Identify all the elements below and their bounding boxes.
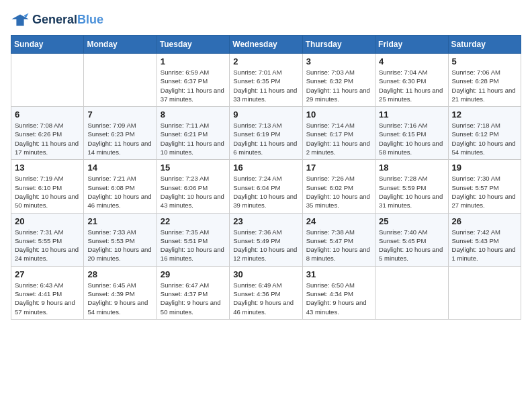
calendar-cell: 19Sunrise: 7:30 AM Sunset: 5:57 PM Dayli…	[448, 160, 521, 213]
day-info: Sunrise: 7:19 AM Sunset: 6:10 PM Dayligh…	[15, 174, 80, 210]
day-number: 15	[161, 163, 226, 173]
day-info: Sunrise: 7:18 AM Sunset: 6:12 PM Dayligh…	[452, 121, 517, 156]
day-number: 24	[306, 216, 371, 226]
calendar-cell	[11, 54, 84, 107]
day-number: 7	[87, 109, 152, 120]
day-number: 21	[87, 216, 152, 226]
day-number: 17	[306, 163, 371, 173]
day-number: 4	[379, 56, 444, 66]
calendar-cell: 20Sunrise: 7:31 AM Sunset: 5:55 PM Dayli…	[11, 213, 84, 266]
calendar-cell: 3Sunrise: 7:03 AM Sunset: 6:32 PM Daylig…	[302, 54, 375, 107]
day-number: 29	[161, 269, 226, 279]
calendar-cell: 8Sunrise: 7:11 AM Sunset: 6:21 PM Daylig…	[157, 107, 229, 160]
day-number: 27	[15, 269, 80, 279]
calendar-cell: 24Sunrise: 7:38 AM Sunset: 5:47 PM Dayli…	[302, 213, 375, 266]
day-number: 28	[87, 269, 152, 279]
day-number: 3	[306, 56, 371, 66]
day-info: Sunrise: 7:23 AM Sunset: 6:06 PM Dayligh…	[161, 174, 226, 210]
day-number: 11	[379, 109, 444, 120]
day-info: Sunrise: 6:45 AM Sunset: 4:39 PM Dayligh…	[87, 281, 152, 316]
calendar-cell	[448, 266, 521, 319]
logo-text: GeneralBlue	[32, 13, 103, 27]
day-info: Sunrise: 7:03 AM Sunset: 6:32 PM Dayligh…	[306, 68, 371, 103]
calendar-cell: 11Sunrise: 7:16 AM Sunset: 6:15 PM Dayli…	[375, 107, 448, 160]
week-row-3: 13Sunrise: 7:19 AM Sunset: 6:10 PM Dayli…	[11, 160, 521, 213]
day-info: Sunrise: 6:43 AM Sunset: 4:41 PM Dayligh…	[15, 281, 80, 316]
day-info: Sunrise: 7:16 AM Sunset: 6:15 PM Dayligh…	[379, 121, 444, 156]
day-info: Sunrise: 7:06 AM Sunset: 6:28 PM Dayligh…	[452, 68, 517, 103]
day-number: 1	[161, 56, 226, 66]
calendar-cell: 25Sunrise: 7:40 AM Sunset: 5:45 PM Dayli…	[375, 213, 448, 266]
day-info: Sunrise: 7:24 AM Sunset: 6:04 PM Dayligh…	[233, 174, 298, 210]
day-info: Sunrise: 7:01 AM Sunset: 6:35 PM Dayligh…	[233, 68, 298, 103]
day-info: Sunrise: 7:36 AM Sunset: 5:49 PM Dayligh…	[233, 228, 298, 263]
calendar-cell: 22Sunrise: 7:35 AM Sunset: 5:51 PM Dayli…	[157, 213, 229, 266]
day-number: 23	[233, 216, 298, 226]
calendar-cell: 18Sunrise: 7:28 AM Sunset: 5:59 PM Dayli…	[375, 160, 448, 213]
day-info: Sunrise: 7:35 AM Sunset: 5:51 PM Dayligh…	[161, 228, 226, 263]
day-header-wednesday: Wednesday	[230, 36, 302, 54]
day-number: 8	[161, 109, 226, 120]
day-number: 2	[233, 56, 298, 66]
day-header-saturday: Saturday	[448, 36, 521, 54]
day-number: 10	[306, 109, 371, 120]
calendar-cell: 29Sunrise: 6:47 AM Sunset: 4:37 PM Dayli…	[157, 266, 229, 319]
day-number: 13	[15, 163, 80, 173]
calendar-cell	[375, 266, 448, 319]
day-info: Sunrise: 7:28 AM Sunset: 5:59 PM Dayligh…	[379, 174, 444, 210]
day-info: Sunrise: 7:42 AM Sunset: 5:43 PM Dayligh…	[452, 228, 517, 263]
day-info: Sunrise: 7:13 AM Sunset: 6:19 PM Dayligh…	[233, 121, 298, 156]
calendar-cell: 26Sunrise: 7:42 AM Sunset: 5:43 PM Dayli…	[448, 213, 521, 266]
calendar-cell: 5Sunrise: 7:06 AM Sunset: 6:28 PM Daylig…	[448, 54, 521, 107]
day-info: Sunrise: 7:04 AM Sunset: 6:30 PM Dayligh…	[379, 68, 444, 103]
calendar-cell: 28Sunrise: 6:45 AM Sunset: 4:39 PM Dayli…	[84, 266, 157, 319]
calendar-cell: 30Sunrise: 6:49 AM Sunset: 4:36 PM Dayli…	[230, 266, 302, 319]
week-row-1: 1Sunrise: 6:59 AM Sunset: 6:37 PM Daylig…	[11, 54, 521, 107]
calendar-cell: 12Sunrise: 7:18 AM Sunset: 6:12 PM Dayli…	[448, 107, 521, 160]
day-info: Sunrise: 6:49 AM Sunset: 4:36 PM Dayligh…	[233, 281, 298, 316]
day-info: Sunrise: 6:47 AM Sunset: 4:37 PM Dayligh…	[161, 281, 226, 316]
calendar-cell: 4Sunrise: 7:04 AM Sunset: 6:30 PM Daylig…	[375, 54, 448, 107]
day-number: 25	[379, 216, 444, 226]
calendar-cell: 16Sunrise: 7:24 AM Sunset: 6:04 PM Dayli…	[230, 160, 302, 213]
day-info: Sunrise: 7:30 AM Sunset: 5:57 PM Dayligh…	[452, 174, 517, 210]
day-number: 26	[452, 216, 517, 226]
page-header: GeneralBlue	[11, 11, 521, 30]
day-number: 5	[452, 56, 517, 66]
day-info: Sunrise: 7:21 AM Sunset: 6:08 PM Dayligh…	[87, 174, 152, 210]
calendar-cell: 15Sunrise: 7:23 AM Sunset: 6:06 PM Dayli…	[157, 160, 229, 213]
calendar-cell: 14Sunrise: 7:21 AM Sunset: 6:08 PM Dayli…	[84, 160, 157, 213]
day-header-thursday: Thursday	[302, 36, 375, 54]
calendar-cell: 23Sunrise: 7:36 AM Sunset: 5:49 PM Dayli…	[230, 213, 302, 266]
day-info: Sunrise: 7:09 AM Sunset: 6:23 PM Dayligh…	[87, 121, 152, 156]
week-row-4: 20Sunrise: 7:31 AM Sunset: 5:55 PM Dayli…	[11, 213, 521, 266]
calendar-header-row: SundayMondayTuesdayWednesdayThursdayFrid…	[11, 36, 521, 54]
logo: GeneralBlue	[11, 11, 103, 30]
day-number: 22	[161, 216, 226, 226]
day-number: 19	[452, 163, 517, 173]
calendar-cell: 1Sunrise: 6:59 AM Sunset: 6:37 PM Daylig…	[157, 54, 229, 107]
day-info: Sunrise: 6:50 AM Sunset: 4:34 PM Dayligh…	[306, 281, 371, 316]
calendar-cell: 31Sunrise: 6:50 AM Sunset: 4:34 PM Dayli…	[302, 266, 375, 319]
day-number: 18	[379, 163, 444, 173]
day-header-monday: Monday	[84, 36, 157, 54]
logo-icon	[11, 11, 30, 30]
calendar-table: SundayMondayTuesdayWednesdayThursdayFrid…	[11, 35, 521, 320]
calendar-cell	[84, 54, 157, 107]
calendar-cell: 10Sunrise: 7:14 AM Sunset: 6:17 PM Dayli…	[302, 107, 375, 160]
day-number: 14	[87, 163, 152, 173]
day-number: 9	[233, 109, 298, 120]
day-number: 30	[233, 269, 298, 279]
day-header-friday: Friday	[375, 36, 448, 54]
day-info: Sunrise: 7:11 AM Sunset: 6:21 PM Dayligh…	[161, 121, 226, 156]
calendar-cell: 17Sunrise: 7:26 AM Sunset: 6:02 PM Dayli…	[302, 160, 375, 213]
day-number: 12	[452, 109, 517, 120]
day-number: 31	[306, 269, 371, 279]
day-info: Sunrise: 7:08 AM Sunset: 6:26 PM Dayligh…	[15, 121, 80, 156]
week-row-2: 6Sunrise: 7:08 AM Sunset: 6:26 PM Daylig…	[11, 107, 521, 160]
day-number: 20	[15, 216, 80, 226]
calendar-cell: 7Sunrise: 7:09 AM Sunset: 6:23 PM Daylig…	[84, 107, 157, 160]
calendar-cell: 9Sunrise: 7:13 AM Sunset: 6:19 PM Daylig…	[230, 107, 302, 160]
day-info: Sunrise: 7:38 AM Sunset: 5:47 PM Dayligh…	[306, 228, 371, 263]
calendar-cell: 27Sunrise: 6:43 AM Sunset: 4:41 PM Dayli…	[11, 266, 84, 319]
